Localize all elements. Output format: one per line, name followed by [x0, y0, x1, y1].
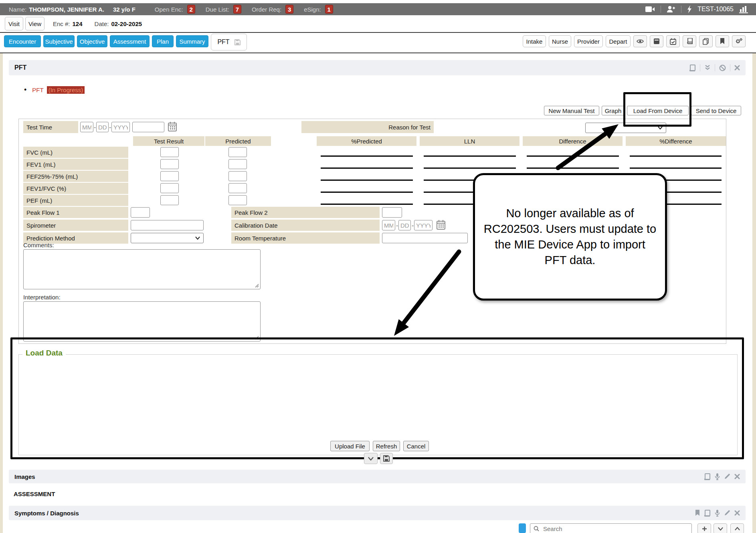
intake-label: Intake [526, 38, 543, 45]
symptoms-section-header[interactable]: Symptoms / Diagnosis [9, 506, 746, 520]
tab-pft-active[interactable]: PFT [211, 34, 247, 50]
row-fvc-label: FVC (mL) [26, 149, 53, 156]
fev1fvc-test-result-input[interactable] [160, 183, 179, 193]
pft-status-link[interactable]: PFT [32, 87, 43, 93]
bullet-dot: • [24, 86, 26, 94]
calibration-month-input[interactable] [382, 220, 395, 230]
comments-textarea[interactable] [23, 249, 261, 289]
col-difference: Difference [523, 136, 623, 146]
close-icon[interactable] [734, 474, 740, 479]
print-chart-icon[interactable] [704, 510, 711, 517]
images-section-header[interactable]: Images [9, 470, 746, 483]
depart-button[interactable]: Depart [606, 35, 631, 47]
scroll-top-button[interactable] [730, 523, 744, 533]
open-enc-badge[interactable]: 2 [187, 5, 195, 14]
intake-button[interactable]: Intake [523, 35, 546, 47]
fef-test-result-input[interactable] [160, 171, 179, 181]
microphone-icon[interactable] [715, 509, 720, 517]
bookmark-button[interactable] [716, 35, 729, 47]
fev1-predicted-input[interactable] [228, 159, 247, 169]
peak-flow-2-cell: Peak Flow 2 [231, 207, 380, 218]
send-to-device-button[interactable]: Send to Device [691, 106, 741, 115]
peak-flow-2-input[interactable] [382, 207, 402, 218]
settings-button[interactable] [732, 35, 746, 47]
save-tab-icon[interactable] [234, 39, 241, 45]
tab-subjective[interactable]: Subjective [43, 35, 75, 47]
test-time-month-input[interactable] [80, 122, 93, 132]
edit-pencil-icon[interactable] [724, 473, 730, 480]
tab-plan[interactable]: Plan [152, 35, 174, 47]
view-button[interactable]: View [25, 17, 44, 30]
archive-button[interactable] [650, 35, 663, 47]
save-section-button[interactable] [380, 453, 393, 464]
microphone-icon[interactable] [715, 473, 720, 480]
close-section-icon[interactable] [734, 65, 740, 71]
spirometer-input[interactable] [131, 220, 204, 230]
print-chart-icon[interactable] [704, 473, 711, 480]
chart-book-button[interactable] [683, 35, 696, 47]
nurse-label: Nurse [552, 38, 568, 45]
cal-dash-1: - [396, 222, 398, 229]
test-time-year-input[interactable] [111, 122, 130, 132]
tab-summary-label: Summary [179, 38, 205, 45]
visit-button[interactable]: Visit [5, 17, 23, 30]
search-input[interactable] [542, 525, 679, 533]
calibration-year-input[interactable] [414, 220, 433, 230]
graph-button[interactable]: Graph [602, 106, 625, 115]
fev1fvc-predicted-input[interactable] [228, 183, 247, 193]
fef-predicted-input[interactable] [228, 171, 247, 181]
pef-test-result-input[interactable] [160, 195, 179, 205]
close-icon[interactable] [734, 510, 740, 516]
chevron-down-icon [195, 236, 200, 240]
room-temperature-input[interactable] [382, 233, 468, 243]
nurse-button[interactable]: Nurse [549, 35, 571, 47]
preview-eye-button[interactable] [633, 35, 647, 47]
archive-box-icon [653, 38, 660, 44]
calibration-day-input[interactable] [398, 220, 411, 230]
calibration-calendar-icon[interactable] [436, 220, 446, 230]
edit-pencil-icon[interactable] [724, 510, 730, 516]
new-manual-test-button[interactable]: New Manual Test [544, 106, 599, 115]
add-item-button[interactable] [697, 523, 711, 533]
collapse-load-data-button[interactable] [364, 453, 378, 464]
test-time-day-input[interactable] [96, 122, 109, 132]
peak-flow-1-input[interactable] [131, 207, 150, 218]
due-list-badge[interactable]: 7 [233, 5, 241, 14]
tab-summary[interactable]: Summary [176, 35, 208, 47]
annotation-box-load-data [10, 337, 744, 459]
fev1-pct-predicted-line [321, 168, 413, 169]
fvc-test-result-input[interactable] [160, 147, 179, 157]
search-box[interactable] [530, 523, 692, 533]
in-progress-badge: (In Progress) [47, 86, 85, 94]
provider-button[interactable]: Provider [574, 35, 603, 47]
disable-section-icon[interactable] [719, 65, 726, 71]
col-predicted-label: Predicted [225, 138, 251, 145]
video-call-icon[interactable] [645, 6, 655, 12]
copy-chart-button[interactable] [699, 35, 713, 47]
tab-objective[interactable]: Objective [77, 35, 107, 47]
collapse-section-icon[interactable] [704, 65, 711, 71]
pft-section-title: PFT [14, 64, 26, 71]
send-to-device-label: Send to Device [696, 107, 737, 114]
fvc-predicted-input[interactable] [228, 147, 247, 157]
prediction-method-select[interactable] [131, 233, 204, 243]
test-time-time-input[interactable] [132, 122, 164, 132]
test-time-calendar-icon[interactable] [168, 121, 177, 132]
add-person-icon[interactable] [667, 6, 675, 13]
pef-predicted-input[interactable] [228, 195, 247, 205]
esign-badge[interactable]: 1 [325, 5, 333, 14]
annotation-box-load-from-device [623, 92, 691, 127]
lightning-icon[interactable] [687, 5, 692, 13]
order-req-badge[interactable]: 3 [285, 5, 293, 14]
interpretation-textarea[interactable] [23, 301, 261, 341]
row-pef-label-cell: PEF (mL) [23, 195, 128, 206]
schedule-button[interactable] [666, 35, 680, 47]
print-chart-icon[interactable] [689, 65, 696, 71]
fev1-test-result-input[interactable] [160, 159, 179, 169]
resize-handle-icon[interactable] [255, 284, 259, 288]
bookmark-icon[interactable] [695, 510, 700, 516]
tab-encounter[interactable]: Encounter [4, 35, 41, 47]
collapse-symptoms-button[interactable] [714, 523, 727, 533]
chart-icon[interactable] [739, 5, 749, 13]
tab-assessment[interactable]: Assessment [110, 35, 150, 47]
